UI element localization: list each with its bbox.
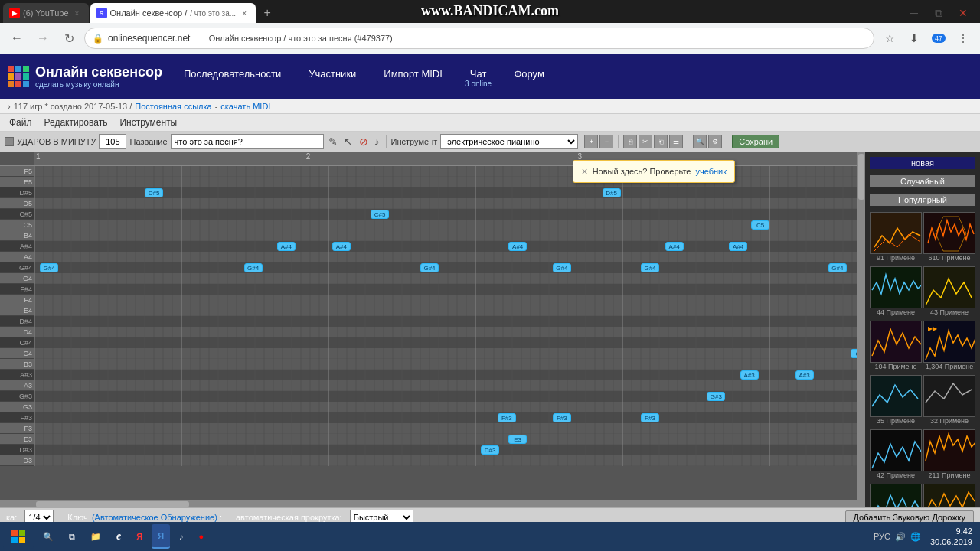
key-C4[interactable]: C4 (0, 348, 34, 359)
paste-btn[interactable]: ⎗ (654, 135, 668, 148)
vertical-scrollbar[interactable] (858, 152, 865, 507)
breadcrumb-link1[interactable]: Постоянная ссылка (135, 102, 211, 111)
cursor-icon[interactable]: ↖ (342, 135, 354, 148)
key-G4[interactable]: G4 (0, 273, 34, 284)
sidebar-popular-btn[interactable]: Популярный (870, 194, 975, 206)
back-button[interactable]: ← (6, 28, 28, 49)
sidebar-thumb-1a[interactable]: 91 Примене (870, 212, 922, 262)
key-D3[interactable]: D3 (0, 455, 34, 466)
sidebar-thumb-6a[interactable]: 72 Примене (870, 484, 922, 507)
key-B4[interactable]: B4 (0, 230, 34, 241)
stop-icon[interactable]: ⊘ (358, 135, 370, 148)
sidebar-thumb-3a[interactable]: 104 Примене (870, 321, 922, 370)
tab-youtube[interactable]: ▶ (6) YouTube × (3, 3, 89, 23)
close-browser-btn[interactable]: ✕ (952, 2, 974, 24)
sidebar-thumb-2b[interactable]: 43 Примене (923, 266, 975, 316)
scroll-thumb[interactable] (36, 501, 189, 507)
name-input[interactable] (171, 134, 324, 149)
note-12[interactable]: G#4 (420, 263, 439, 272)
menu-btn[interactable]: ⋮ (952, 28, 974, 49)
sidebar-thumb-5a[interactable]: 42 Примене (870, 429, 922, 479)
key-A3[interactable]: A3 (0, 380, 34, 391)
key-G#4[interactable]: G#4 (0, 262, 34, 273)
address-bar[interactable]: 🔒 onlinesequencer.net Онлайн секвенсор /… (84, 28, 874, 49)
sidebar-random-btn[interactable]: Случайный (870, 175, 975, 187)
minimize-browser-btn[interactable]: ─ (903, 2, 925, 24)
save-button[interactable]: Сохрани (732, 135, 779, 148)
download-btn[interactable]: ⬇ (903, 28, 925, 49)
inst-select[interactable]: электрическое пианино (440, 134, 578, 149)
sidebar-thumb-4b[interactable]: 32 Примене (923, 375, 975, 425)
key-F5[interactable]: F5 (0, 166, 34, 177)
key-F4[interactable]: F4 (0, 295, 34, 305)
note-grid[interactable]: D#5D#5C#5C5A#4A#4A#4A#4A#4A#4G#4G#4G#4G#… (34, 166, 858, 466)
key-D#4[interactable]: D#4 (0, 316, 34, 327)
taskbar-explorer[interactable]: 📁 (84, 524, 107, 549)
key-D#5[interactable]: D#5 (0, 187, 34, 198)
key-D5[interactable]: D5 (0, 198, 34, 209)
taskbar-rec[interactable]: ● (193, 524, 211, 549)
note-1[interactable]: D#5 (603, 188, 621, 197)
sidebar-new-btn[interactable]: новая (870, 157, 975, 169)
note-11[interactable]: G#4 (244, 263, 263, 272)
copy-btn[interactable]: ⎘ (623, 135, 637, 148)
tooltip-close[interactable]: × (581, 165, 587, 178)
key-D4[interactable]: D4 (0, 327, 34, 337)
note-8[interactable]: A#4 (729, 242, 747, 251)
bookmark-btn[interactable]: ☆ (879, 28, 900, 49)
tooltip-link[interactable]: учебник (695, 167, 727, 176)
forward-button[interactable]: → (32, 28, 54, 49)
note-13[interactable]: G#4 (553, 263, 571, 272)
note-17[interactable]: C4 (851, 349, 858, 358)
note-4[interactable]: A#4 (277, 242, 296, 251)
key-E3[interactable]: E3 (0, 434, 34, 445)
key-G3[interactable]: G3 (0, 402, 34, 412)
key-A#3[interactable]: A#3 (0, 370, 34, 380)
note-19[interactable]: A#3 (795, 370, 814, 380)
key-C#4[interactable]: C#4 (0, 337, 34, 348)
key-E4[interactable]: E4 (0, 305, 34, 316)
select-all-btn[interactable]: ☰ (669, 135, 683, 148)
bpm-input[interactable] (99, 134, 126, 149)
new-tab-button[interactable]: + (257, 3, 277, 23)
note-14[interactable]: G#4 (641, 263, 659, 272)
key-C5[interactable]: C5 (0, 220, 34, 230)
ext1-btn[interactable]: 47 (928, 28, 949, 49)
nav-forum[interactable]: Форум (508, 65, 550, 88)
key-F#4[interactable]: F#4 (0, 284, 34, 295)
key-E5[interactable]: E5 (0, 177, 34, 187)
note-18[interactable]: A#3 (740, 370, 759, 380)
key-F#3[interactable]: F#3 (0, 412, 34, 423)
note-22[interactable]: F#3 (553, 413, 571, 422)
volume-icon[interactable]: ♪ (373, 135, 381, 148)
sidebar-thumb-2a[interactable]: 44 Примене (870, 266, 922, 316)
note-6[interactable]: A#4 (508, 242, 527, 251)
note-10[interactable]: G#4 (40, 263, 58, 272)
nav-sequences[interactable]: Последовательности (178, 65, 287, 88)
settings-btn[interactable]: ⚙ (708, 135, 722, 148)
taskbar-task-view[interactable]: ⧉ (63, 524, 81, 549)
horizontal-scrollbar[interactable] (0, 500, 858, 507)
note-5[interactable]: A#4 (332, 242, 351, 251)
tab-sequencer-close[interactable]: × (239, 8, 250, 18)
key-A#4[interactable]: A#4 (0, 241, 34, 252)
tray-lang[interactable]: РУС (874, 532, 890, 541)
note-25[interactable]: D#3 (481, 445, 499, 455)
nav-midi[interactable]: Импорт MIDI (377, 65, 449, 88)
cut-btn[interactable]: ✂ (639, 135, 652, 148)
key-B3[interactable]: B3 (0, 359, 34, 370)
key-C#5[interactable]: C#5 (0, 209, 34, 220)
note-24[interactable]: E3 (508, 435, 527, 444)
sidebar-thumb-5b[interactable]: 211 Примене (923, 429, 975, 479)
tab-sequencer[interactable]: S Онлайн секвенсор / / что это за... × (90, 3, 256, 23)
nav-members[interactable]: Участники (302, 65, 362, 88)
taskbar-yandex[interactable]: Я (130, 524, 149, 549)
sidebar-thumb-4a[interactable]: 35 Примене (870, 375, 922, 425)
start-button[interactable] (3, 524, 34, 549)
breadcrumb-link2[interactable]: скачать MIDI (220, 102, 270, 111)
tray-network[interactable]: 🌐 (910, 532, 921, 542)
note-21[interactable]: F#3 (498, 413, 516, 422)
taskbar-clock[interactable]: 9:42 30.06.2019 (930, 526, 977, 548)
note-20[interactable]: G#3 (707, 392, 725, 401)
sidebar-thumb-6b[interactable]: 36 Примене (923, 484, 975, 507)
